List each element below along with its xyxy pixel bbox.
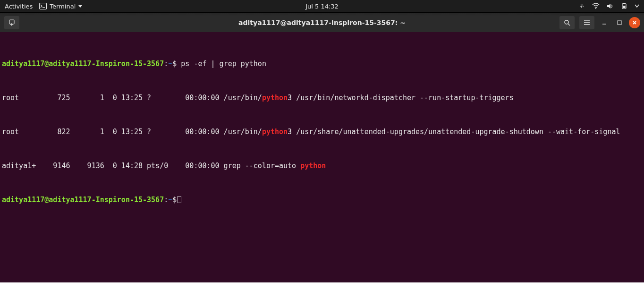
brightness-icon[interactable]	[578, 2, 585, 10]
prompt-user-host: aditya1117@aditya1117-Inspiron-15-3567	[2, 60, 164, 68]
ps-row-post: 3 /usr/share/unattended-upgrades/unatten…	[288, 128, 620, 136]
svg-rect-17	[618, 21, 621, 25]
close-icon	[632, 20, 637, 26]
svg-point-4	[595, 8, 596, 9]
maximize-button[interactable]	[614, 17, 625, 28]
gnome-top-bar: Activities Terminal Jul 5 14:32	[0, 0, 644, 12]
svg-point-3	[581, 6, 582, 7]
prompt-cwd: ~	[168, 60, 172, 68]
cursor	[178, 196, 181, 203]
command-text-value: ps -ef | grep python	[181, 60, 266, 68]
prompt-user-host: aditya1117@aditya1117-Inspiron-15-3567	[2, 196, 164, 204]
terminal-icon	[39, 3, 47, 9]
app-menu[interactable]: Terminal	[39, 3, 82, 10]
terminal-line: aditya1117@aditya1117-Inspiron-15-3567:~…	[2, 60, 642, 68]
volume-icon[interactable]	[606, 3, 614, 9]
terminal-line: aditya1+ 9146 9136 0 14:28 pts/0 00:00:0…	[2, 162, 642, 170]
prompt-sep: :	[164, 60, 168, 68]
prompt-sep: :	[164, 196, 168, 204]
new-tab-button[interactable]	[4, 16, 20, 30]
terminal-line: root 725 1 0 13:25 ? 00:00:00 /usr/bin/p…	[2, 94, 642, 102]
ps-row-pre: root 822 1 0 13:25 ? 00:00:00 /usr/bin/	[2, 128, 262, 136]
search-button[interactable]	[559, 16, 575, 30]
svg-rect-0	[40, 3, 47, 9]
chevron-down-icon	[78, 5, 82, 8]
clock[interactable]: Jul 5 14:32	[305, 0, 339, 12]
battery-icon[interactable]	[620, 3, 628, 9]
minimize-button[interactable]	[599, 17, 610, 28]
maximize-icon	[617, 20, 622, 26]
terminal-line: root 822 1 0 13:25 ? 00:00:00 /usr/bin/p…	[2, 128, 642, 136]
minimize-icon	[602, 20, 607, 26]
window-title: aditya1117@aditya1117-Inspiron-15-3567: …	[238, 19, 406, 26]
prompt-sigil: $	[172, 196, 177, 204]
hamburger-menu-button[interactable]	[579, 16, 595, 30]
grep-match: python	[262, 128, 288, 136]
terminal-line: aditya1117@aditya1117-Inspiron-15-3567:~…	[2, 196, 642, 204]
svg-point-11	[565, 20, 568, 24]
wifi-icon[interactable]	[592, 3, 600, 9]
grep-match: python	[300, 162, 326, 170]
grep-match: python	[262, 94, 288, 102]
ps-row-pre: root 725 1 0 13:25 ? 00:00:00 /usr/bin/	[2, 94, 262, 102]
search-icon	[563, 19, 571, 26]
command-text	[177, 60, 181, 68]
prompt-cwd: ~	[168, 196, 172, 204]
ps-row-pre: aditya1+ 9146 9136 0 14:28 pts/0 00:00:0…	[2, 162, 300, 170]
close-button[interactable]	[629, 17, 640, 28]
activities-button[interactable]: Activities	[5, 3, 33, 10]
prompt-sigil: $	[172, 60, 177, 68]
window-titlebar: aditya1117@aditya1117-Inspiron-15-3567: …	[0, 12, 644, 32]
system-menu-chevron-icon[interactable]	[635, 4, 639, 8]
hamburger-icon	[584, 20, 590, 26]
svg-rect-7	[623, 6, 626, 8]
ps-row-post: 3 /usr/bin/networkd-dispatcher --run-sta…	[288, 94, 514, 102]
app-menu-label: Terminal	[50, 3, 76, 10]
svg-line-12	[568, 24, 570, 26]
svg-rect-6	[623, 3, 625, 4]
terminal-viewport[interactable]: aditya1117@aditya1117-Inspiron-15-3567:~…	[0, 32, 644, 282]
